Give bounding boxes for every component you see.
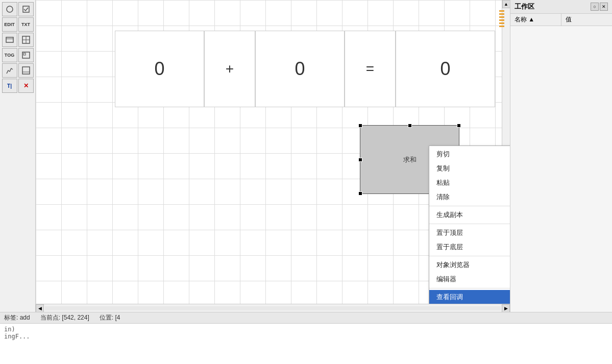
- status-tag: 标签: add: [4, 313, 30, 322]
- ctx-paste-label: 粘贴: [436, 178, 450, 187]
- code-line-2: ingF...: [4, 333, 608, 340]
- ctx-clear[interactable]: 清除: [429, 190, 510, 204]
- widget-num1[interactable]: 0: [115, 31, 204, 107]
- status-current-point: 当前点: [542, 224]: [40, 313, 89, 322]
- orange-bar-3: [499, 16, 504, 18]
- orange-bar-2: [499, 13, 504, 15]
- widget-plus[interactable]: +: [204, 31, 255, 107]
- col-header-name[interactable]: 名称 ▲: [510, 14, 561, 26]
- text-tool-btn[interactable]: TXT: [18, 17, 34, 32]
- bottom-area: 标签: add 当前点: [542, 224] 位置: [4 in) ingF.…: [0, 312, 612, 364]
- edit-tool-btn[interactable]: EDIT: [2, 17, 17, 32]
- table-tool-btn[interactable]: [18, 33, 34, 47]
- v-scroll-up-btn[interactable]: ▲: [502, 0, 510, 8]
- panel-tool-btn[interactable]: [2, 33, 17, 47]
- widget-eq[interactable]: =: [345, 31, 396, 107]
- col-name-label: 名称: [515, 16, 527, 23]
- widget-num2[interactable]: 0: [255, 31, 345, 107]
- widget-result[interactable]: 0: [396, 31, 495, 107]
- canvas-wrapper: 0 + 0 = 0: [36, 0, 510, 312]
- ctx-copy-label: 复制: [436, 164, 450, 173]
- toolbar-row-1: [2, 2, 34, 16]
- svg-rect-2: [6, 37, 13, 42]
- ctx-editor-label: 编辑器: [436, 275, 456, 284]
- text2-tool-btn[interactable]: T|: [2, 79, 17, 93]
- ctx-copy[interactable]: 复制 Ctrl+C: [429, 161, 510, 176]
- handle-tm: [408, 124, 412, 128]
- toolbar-row-2: EDIT TXT: [2, 17, 34, 32]
- toolbar-row-5: [2, 63, 34, 78]
- h-scroll-left-btn[interactable]: ◀: [36, 304, 44, 312]
- ctx-sep-1: [429, 206, 510, 206]
- right-panel-scroll[interactable]: [510, 26, 612, 312]
- ctx-obj-browser-label: 对象浏览器: [436, 260, 470, 270]
- left-toolbar: EDIT TXT TOG T| ✕: [0, 0, 36, 312]
- svg-point-0: [7, 6, 13, 12]
- ctx-cut-label: 剪切: [436, 150, 450, 159]
- handle-tl: [358, 124, 362, 128]
- code-line-1: in): [4, 326, 608, 333]
- code-area: in) ingF...: [0, 323, 612, 364]
- ctx-view-callback[interactable]: 查看回调 ▶: [429, 290, 510, 304]
- select-tool-btn[interactable]: [2, 2, 17, 16]
- num1-value: 0: [154, 58, 164, 80]
- ctx-clear-label: 清除: [436, 192, 450, 202]
- right-panel-title: 工作区: [515, 2, 534, 11]
- main-area: EDIT TXT TOG T| ✕: [0, 0, 612, 312]
- right-panel-cols: 名称 ▲ 值: [510, 14, 612, 26]
- ctx-sep-3: [429, 256, 510, 256]
- h-scrollbar: ◀ ▶: [36, 304, 510, 312]
- ctx-view-callback-label: 查看回调: [436, 293, 463, 302]
- ctx-sep-2: [429, 224, 510, 224]
- image-tool-btn[interactable]: [18, 48, 34, 62]
- ctx-bring-top[interactable]: 置于顶层 Ctrl+F: [429, 226, 510, 240]
- context-menu: 剪切 Ctrl+X 复制 Ctrl+C 粘贴 Ctrl+V 清除: [429, 145, 510, 304]
- ctx-send-bottom[interactable]: 置于底层 Ctrl+B: [429, 240, 510, 254]
- ctx-paste[interactable]: 粘贴 Ctrl+V: [429, 176, 510, 190]
- orange-bar-5: [499, 22, 504, 24]
- orange-bar-4: [499, 19, 504, 21]
- right-panel-header: 工作区 ○ ✕: [510, 0, 612, 14]
- panel-close-btn[interactable]: ✕: [600, 3, 608, 11]
- toolbar-row-4: TOG: [2, 48, 34, 62]
- chart-tool-btn[interactable]: [2, 63, 17, 78]
- panel-minimize-btn[interactable]: ○: [591, 3, 599, 11]
- h-scroll-track[interactable]: [45, 306, 501, 310]
- ctx-cut[interactable]: 剪切 Ctrl+X: [429, 147, 510, 161]
- ctx-obj-browser[interactable]: 对象浏览器: [429, 258, 510, 272]
- toggle-tool-btn[interactable]: TOG: [2, 48, 17, 62]
- handle-bl: [358, 191, 362, 196]
- ctx-dup-label: 生成副本: [436, 210, 463, 220]
- col-header-value[interactable]: 值: [561, 14, 612, 26]
- orange-bars-container: [498, 8, 505, 29]
- right-panel: 工作区 ○ ✕ 名称 ▲ 值: [510, 0, 612, 312]
- orange-bar-6: [499, 26, 504, 27]
- canvas-grid[interactable]: 0 + 0 = 0: [36, 0, 502, 304]
- ctx-send-bottom-label: 置于底层: [436, 242, 463, 252]
- eq-value: =: [366, 61, 374, 77]
- orange-bar-1: [499, 10, 504, 12]
- ctx-sep-4: [429, 288, 510, 288]
- ctx-bring-top-label: 置于顶层: [436, 228, 463, 237]
- ctx-editor[interactable]: 编辑器: [429, 272, 510, 286]
- selected-label: 求和: [403, 155, 417, 164]
- num2-value: 0: [295, 58, 305, 80]
- plus-value: +: [226, 61, 234, 77]
- handle-ml: [358, 158, 362, 162]
- toolbar-row-6: T| ✕: [2, 79, 34, 93]
- svg-rect-8: [23, 53, 26, 55]
- panel-controls: ○ ✕: [591, 3, 608, 11]
- pic-tool-btn[interactable]: [18, 63, 34, 78]
- status-bar: 标签: add 当前点: [542, 224] 位置: [4: [0, 312, 612, 323]
- canvas-with-vscroll: 0 + 0 = 0: [36, 0, 510, 304]
- result-value: 0: [440, 58, 450, 80]
- col-value-label: 值: [566, 16, 572, 23]
- status-position: 位置: [4: [100, 313, 120, 322]
- ctx-duplicate[interactable]: 生成副本 Ctrl+D: [429, 208, 510, 222]
- excel-tool-btn[interactable]: ✕: [18, 79, 34, 93]
- svg-rect-9: [22, 67, 30, 74]
- h-scroll-right-btn[interactable]: ▶: [502, 304, 510, 312]
- check-tool-btn[interactable]: [18, 2, 34, 16]
- toolbar-row-3: [2, 33, 34, 47]
- svg-rect-1: [23, 6, 29, 12]
